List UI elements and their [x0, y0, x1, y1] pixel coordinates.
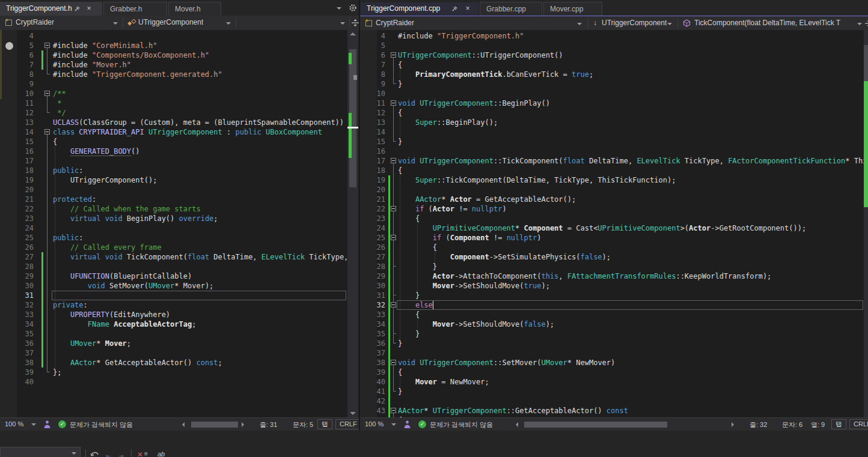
horizontal-scrollbar-thumb[interactable]: [191, 422, 238, 428]
chevron-down-icon[interactable]: [340, 22, 345, 27]
code-line[interactable]: {: [398, 214, 420, 223]
issues-status[interactable]: 문제가 검색되지 않음: [70, 420, 133, 429]
eol-button[interactable]: CRLF: [849, 419, 868, 429]
code-line[interactable]: }: [398, 329, 420, 339]
type-dropdown[interactable]: UTriggerComponent: [602, 19, 667, 27]
chevron-down-icon[interactable]: [31, 423, 36, 428]
code-line[interactable]: public:: [53, 166, 84, 175]
code-line[interactable]: UPrimitiveComponent* Component = Cast<UP…: [398, 223, 806, 233]
code-line[interactable]: UFUNCTION(BlueprintCallable): [53, 271, 192, 281]
code-line[interactable]: Mover = NewMover;: [398, 377, 489, 387]
scroll-up-icon[interactable]: [350, 32, 356, 35]
code-line[interactable]: }: [398, 79, 402, 89]
code-line[interactable]: UCLASS(ClassGroup = (Custom), meta = (Bl…: [53, 118, 344, 127]
code-line[interactable]: *: [53, 98, 61, 108]
code-line[interactable]: // Called every frame: [53, 243, 162, 252]
undo-icon[interactable]: [90, 450, 99, 457]
code-editor-source-file[interactable]: 4#include "TriggerComponent.h"56UTrigger…: [360, 30, 868, 417]
fold-toggle-icon[interactable]: [391, 100, 396, 106]
code-line[interactable]: AActor* Actor = GetAcceptableActor();: [398, 195, 576, 204]
code-line[interactable]: else: [398, 300, 433, 310]
pin-icon[interactable]: [72, 2, 82, 16]
code-line[interactable]: {: [398, 166, 402, 175]
code-line[interactable]: }: [398, 137, 402, 147]
chevron-down-icon[interactable]: [857, 23, 862, 28]
hscroll-right-icon[interactable]: [732, 422, 734, 427]
chevron-down-icon[interactable]: [391, 423, 396, 428]
vertical-scrollbar[interactable]: [864, 30, 868, 417]
chevron-down-icon[interactable]: [72, 452, 76, 457]
vertical-scrollbar[interactable]: [347, 30, 358, 417]
code-line[interactable]: GENERATED_BODY(): [53, 147, 140, 156]
code-line[interactable]: void UTriggerComponent::SetMover(UMover*…: [398, 358, 615, 368]
fold-toggle-icon[interactable]: [391, 360, 396, 365]
code-line[interactable]: Super::TickComponent(DeltaTime, TickType…: [398, 175, 676, 185]
type-dropdown[interactable]: UTriggerComponent: [138, 18, 203, 26]
code-line[interactable]: Component->SetSimulatePhysics(false);: [398, 252, 611, 262]
close-icon[interactable]: ×: [84, 2, 94, 16]
code-line[interactable]: }: [398, 339, 402, 348]
scrollbar-thumb[interactable]: [864, 45, 868, 81]
navigate-back-icon[interactable]: ←: [105, 450, 112, 457]
tab-mover-h[interactable]: Mover.h: [168, 2, 221, 16]
tab-grabber-cpp[interactable]: Grabber.cpp: [480, 2, 542, 16]
line-indicator[interactable]: 줄: 32: [750, 420, 767, 429]
tab-overflow-icon[interactable]: [337, 7, 341, 12]
fold-toggle-icon[interactable]: [391, 408, 396, 413]
split-editor-icon[interactable]: [352, 19, 359, 27]
code-line[interactable]: FName AcceptableActorTag;: [53, 319, 196, 329]
rename-icon[interactable]: ab: [157, 450, 165, 457]
scroll-down-icon[interactable]: [350, 412, 356, 415]
tab-grabber-h[interactable]: Grabber.h: [103, 2, 167, 16]
code-line[interactable]: Super::BeginPlay();: [398, 118, 498, 127]
fold-toggle-icon[interactable]: [391, 206, 396, 211]
char-indicator[interactable]: 문자: 5: [293, 420, 313, 429]
code-line[interactable]: class CRYPTRAIDER_API UTriggerComponent …: [53, 127, 322, 137]
code-line[interactable]: if (Actor != nullptr): [398, 204, 507, 214]
issues-status[interactable]: 문제가 검색되지 않음: [430, 420, 493, 429]
chevron-down-icon[interactable]: [667, 23, 672, 28]
hscroll-left-icon[interactable]: [182, 422, 185, 427]
code-line[interactable]: virtual void BeginPlay() override;: [53, 214, 218, 223]
code-line[interactable]: PrimaryComponentTick.bCanEverTick = true…: [398, 70, 593, 79]
chevron-down-icon[interactable]: [577, 23, 582, 28]
code-line[interactable]: {: [398, 310, 420, 319]
code-editor-header-file[interactable]: 45#include "CoreMinimal.h"6#include "Com…: [0, 30, 359, 417]
tab-triggercomponent-cpp[interactable]: TriggerComponent.cpp ×: [361, 2, 478, 15]
project-dropdown[interactable]: CryptRaider: [376, 19, 414, 27]
tab-mode-button[interactable]: 탭: [317, 419, 332, 429]
code-line[interactable]: {: [398, 60, 402, 70]
zoom-level[interactable]: 100 %: [5, 420, 23, 428]
code-line[interactable]: void UTriggerComponent::TickComponent(fl…: [398, 156, 868, 166]
chevron-down-icon[interactable]: [113, 22, 118, 27]
code-line[interactable]: UTriggerComponent::UTriggerComponent(): [398, 50, 563, 60]
gear-icon[interactable]: [349, 4, 357, 12]
remove-icon[interactable]: ✕: [137, 450, 143, 457]
document-status-icon[interactable]: [403, 420, 411, 429]
zoom-level[interactable]: 100 %: [365, 420, 384, 428]
document-status-icon[interactable]: [43, 420, 51, 429]
code-line[interactable]: Mover->SetShouldMove(true);: [398, 281, 550, 291]
code-line[interactable]: #include "TriggerComponent.h": [398, 31, 524, 41]
code-line[interactable]: /**: [53, 89, 66, 98]
code-line[interactable]: UMover* Mover;: [53, 339, 131, 348]
code-line[interactable]: void UTriggerComponent::BeginPlay(): [398, 98, 550, 108]
code-line[interactable]: }: [398, 291, 420, 300]
tab-mover-cpp[interactable]: Mover.cpp: [543, 2, 602, 16]
code-line[interactable]: }: [398, 387, 402, 396]
tab-mode-button[interactable]: 탭: [831, 419, 846, 429]
code-line[interactable]: UPROPERTY(EditAnywhere): [53, 310, 170, 319]
tab-triggercomponent-h[interactable]: TriggerComponent.h ×: [0, 2, 102, 16]
fold-toggle-icon[interactable]: [44, 91, 50, 96]
code-line[interactable]: {: [398, 368, 402, 377]
code-line[interactable]: {: [398, 243, 437, 252]
code-line[interactable]: Mover->SetShouldMove(false);: [398, 319, 554, 329]
breakpoint-margin[interactable]: [0, 30, 17, 417]
breakpoint-indicator[interactable]: [5, 42, 13, 50]
code-line[interactable]: // Called when the game starts: [53, 204, 201, 214]
code-line[interactable]: };: [53, 368, 61, 377]
code-line[interactable]: private:: [53, 300, 88, 310]
code-line[interactable]: AActor* GetAcceptableActor() const;: [53, 358, 222, 368]
line-indicator[interactable]: 줄: 31: [260, 420, 277, 429]
code-line[interactable]: protected:: [53, 195, 96, 204]
